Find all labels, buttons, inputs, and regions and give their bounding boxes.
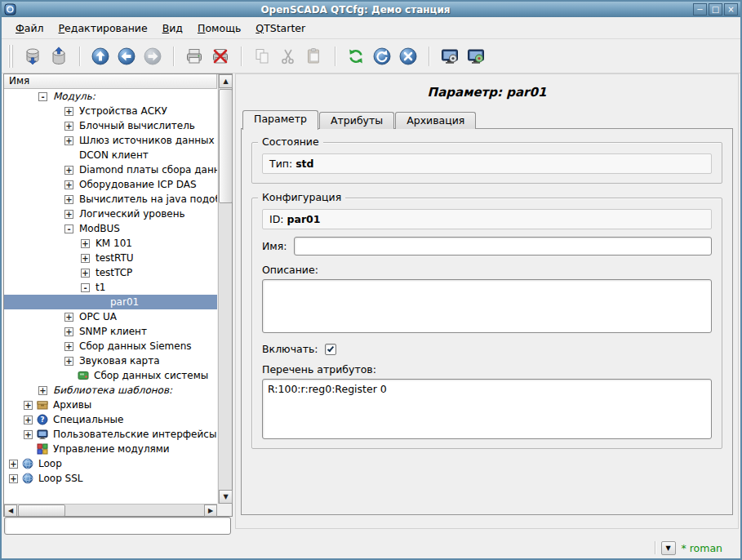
expand-icon[interactable]: + xyxy=(81,269,90,278)
scroll-down-button[interactable]: ▼ xyxy=(219,490,233,504)
minimize-button[interactable]: − xyxy=(693,3,707,16)
expand-icon[interactable]: + xyxy=(64,136,73,145)
save-to-db-button[interactable] xyxy=(46,43,72,69)
stop-updating-button[interactable] xyxy=(395,43,421,69)
ui-icon xyxy=(37,429,48,440)
tree-item[interactable]: +SNMP клиент xyxy=(4,324,217,339)
qtstarter-vision-button[interactable] xyxy=(463,43,489,69)
paste-item-button[interactable] xyxy=(301,43,327,69)
start-updating-button[interactable] xyxy=(369,43,395,69)
expand-icon[interactable]: + xyxy=(24,416,33,424)
delete-item-button[interactable] xyxy=(207,43,233,69)
expand-icon[interactable]: + xyxy=(24,401,33,410)
expand-icon[interactable]: + xyxy=(64,122,73,131)
name-input[interactable] xyxy=(294,237,712,256)
tree-item[interactable]: +Сбор данных Siemens xyxy=(4,339,217,353)
close-button[interactable]: × xyxy=(724,3,738,16)
cut-item-button[interactable] xyxy=(275,43,301,69)
tree-item[interactable]: Управление модулями xyxy=(4,442,217,456)
go-forward-button[interactable] xyxy=(140,43,166,69)
tree-item[interactable]: +testRTU xyxy=(4,251,217,265)
tree-item[interactable]: +Loop SSL xyxy=(4,471,217,486)
refresh-button[interactable] xyxy=(343,43,369,69)
scroll-left-button[interactable]: ◀ xyxy=(4,504,17,517)
expand-icon[interactable]: + xyxy=(38,386,47,395)
expand-icon[interactable]: + xyxy=(64,313,73,322)
tree-item[interactable]: +Вычислитель на java подобном xyxy=(4,192,217,207)
menu-help[interactable]: Помощь xyxy=(190,19,248,38)
tree-item[interactable]: +KM 101 xyxy=(4,236,217,251)
expand-icon[interactable]: + xyxy=(64,180,73,189)
tree-header[interactable]: Имя xyxy=(4,74,217,89)
archive-icon xyxy=(37,399,48,411)
tree-item[interactable]: +Оборудование ICP DAS xyxy=(4,177,217,192)
maximize-button[interactable]: □ xyxy=(709,3,722,16)
vertical-scroll-thumb[interactable] xyxy=(219,89,233,203)
tree-item[interactable]: -t1 xyxy=(4,280,217,295)
tree-filter-input[interactable] xyxy=(4,517,231,535)
go-back-button[interactable] xyxy=(113,43,140,69)
horizontal-scrollbar[interactable]: ◀ ▶ xyxy=(4,504,217,516)
tree-item[interactable]: +?Специальные xyxy=(4,412,217,427)
tab-parameter[interactable]: Параметр xyxy=(242,110,318,130)
attribute-item[interactable]: R:100:r:reg0:Register 0 xyxy=(268,382,706,396)
tree-item[interactable]: +Loop xyxy=(4,456,217,471)
menu-view[interactable]: Вид xyxy=(155,19,190,38)
tree-item-label: OPC UA xyxy=(78,311,118,322)
expand-icon[interactable]: + xyxy=(24,430,33,439)
expand-icon[interactable]: + xyxy=(81,254,90,263)
tree-item[interactable]: -ModBUS xyxy=(4,221,217,236)
expand-icon[interactable]: + xyxy=(9,460,18,469)
description-textarea[interactable] xyxy=(262,279,712,333)
horizontal-scroll-thumb[interactable] xyxy=(18,504,65,517)
tree-item[interactable]: +Устройства АСКУ xyxy=(4,104,217,118)
expand-icon[interactable]: + xyxy=(9,474,18,483)
tree-item[interactable]: DCON клиент xyxy=(4,148,217,162)
expand-icon[interactable]: + xyxy=(64,342,73,351)
current-user: * roman xyxy=(682,542,723,554)
enable-checkbox[interactable] xyxy=(325,344,336,355)
tree-item[interactable]: +testTCP xyxy=(4,265,217,280)
scroll-right-button[interactable]: ▶ xyxy=(204,504,217,517)
tree-item[interactable]: +Diamond платы сбора данных xyxy=(4,162,217,177)
user-dropdown-button[interactable]: ▼ xyxy=(661,541,676,555)
tree-item[interactable]: -Модуль: xyxy=(4,89,217,104)
collapse-icon[interactable]: - xyxy=(38,92,47,101)
system-data-icon xyxy=(78,370,89,381)
expand-icon[interactable]: + xyxy=(64,107,73,116)
expand-icon[interactable]: + xyxy=(81,239,90,248)
expand-icon[interactable]: + xyxy=(64,357,73,366)
expand-icon[interactable]: + xyxy=(64,166,73,175)
tree-item[interactable]: +Блочный вычислитель xyxy=(4,118,217,133)
tree-item[interactable]: +Пользовательские интерфейсы xyxy=(4,427,217,442)
collapse-icon[interactable]: - xyxy=(81,283,90,292)
expand-icon[interactable]: + xyxy=(64,210,73,219)
tree-item[interactable]: Сбор данных системы xyxy=(4,368,217,383)
menu-file[interactable]: Файл xyxy=(8,19,51,38)
menu-qtstarter[interactable]: QTStarter xyxy=(248,19,313,38)
go-up-button[interactable] xyxy=(87,43,113,69)
copy-item-button[interactable] xyxy=(249,43,275,69)
tab-attributes[interactable]: Атрибуты xyxy=(319,112,394,129)
qtstarter-config-button[interactable] xyxy=(437,43,463,69)
tree-item[interactable]: +Шлюз источников данных xyxy=(4,133,217,148)
titlebar[interactable]: OpenSCADA QTCfg: Демо станция − □ × xyxy=(2,2,740,17)
menu-edit[interactable]: Редактирование xyxy=(51,19,155,38)
tree-item[interactable]: +Библиотека шаблонов: xyxy=(4,383,217,398)
toolbar xyxy=(2,39,740,73)
vertical-scrollbar[interactable]: ▲ ▼ xyxy=(218,74,232,504)
load-from-db-button[interactable] xyxy=(20,43,46,69)
tree-item[interactable]: +Логический уровень xyxy=(4,207,217,221)
attributes-list[interactable]: R:100:r:reg0:Register 0 xyxy=(262,379,712,439)
add-item-button[interactable] xyxy=(181,43,207,69)
toolbar-handle[interactable] xyxy=(8,45,15,68)
expand-icon[interactable]: + xyxy=(64,195,73,204)
tree-item[interactable]: +OPC UA xyxy=(4,309,217,324)
tree-item[interactable]: par01 xyxy=(4,295,217,309)
collapse-icon[interactable]: - xyxy=(64,224,73,233)
scroll-up-button[interactable]: ▲ xyxy=(219,74,233,88)
expand-icon[interactable]: + xyxy=(64,327,73,336)
tree-item[interactable]: +Архивы xyxy=(4,398,217,412)
tab-archiving[interactable]: Архивация xyxy=(395,112,476,129)
tree-item[interactable]: +Звуковая карта xyxy=(4,353,217,368)
